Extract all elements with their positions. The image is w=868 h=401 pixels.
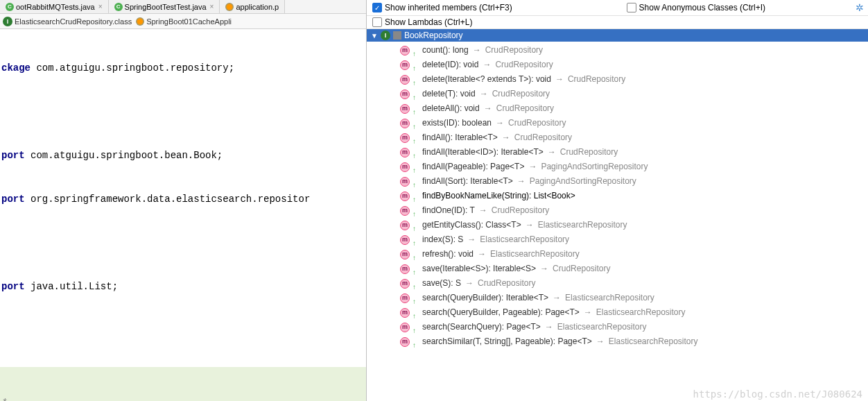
member-row[interactable]: m↑delete(ID): void →CrudRepository: [367, 58, 868, 72]
show-inherited-checkbox[interactable]: ✓ Show inherited members (Ctrl+F3): [372, 3, 512, 12]
tab-label: application.p: [236, 3, 279, 11]
override-up-icon: ↑: [413, 237, 419, 244]
editor-tab-1[interactable]: C SpringBootTestTest.java ×: [109, 0, 220, 13]
member-row[interactable]: m↑findByBookNameLike(String): List<Book>: [367, 189, 868, 203]
member-signature: search(QueryBuilder): Iterable<T>: [422, 291, 548, 305]
override-up-icon: ↑: [413, 120, 419, 127]
method-icon: m: [400, 162, 410, 172]
member-row[interactable]: m↑save(S): S →CrudRepository: [367, 276, 868, 291]
member-signature: count(): long: [422, 44, 469, 57]
method-icon: m: [400, 119, 410, 128]
inherit-source: ElasticsearchRepository: [609, 335, 698, 348]
tree-root[interactable]: ▼ I BookRepository: [367, 29, 868, 42]
editor-tab-0[interactable]: C ootRabbitMQTests.java ×: [0, 0, 109, 13]
library-icon: [393, 31, 401, 40]
code-editor[interactable]: ckage com.atguigu.springboot.repository;…: [0, 29, 366, 401]
member-signature: searchSimilar(T, String[], Pageable): Pa…: [422, 335, 592, 348]
member-row[interactable]: m↑getEntityClass(): Class<T> →Elasticsea…: [367, 218, 868, 232]
member-signature: findAll(Iterable<ID>): Iterable<T>: [422, 146, 544, 159]
arrow-icon: →: [473, 44, 481, 57]
member-row[interactable]: m↑save(Iterable<S>): Iterable<S> →CrudRe…: [367, 262, 868, 276]
member-row[interactable]: m↑index(S): S →ElasticsearchRepository: [367, 232, 868, 247]
method-icon: m: [400, 191, 410, 201]
override-up-icon: ↑: [413, 76, 419, 83]
arrow-icon: →: [479, 204, 487, 217]
method-icon: m: [400, 235, 410, 245]
member-signature: save(S): S: [422, 277, 461, 290]
member-row[interactable]: m↑search(QueryBuilder): Iterable<T> →Ela…: [367, 291, 868, 305]
override-up-icon: ↑: [413, 251, 419, 258]
member-row[interactable]: m↑delete(Iterable<? extends T>): void →C…: [367, 72, 868, 87]
code-text: com.atguigu.springboot.repository;: [31, 62, 234, 74]
member-row[interactable]: m↑searchSimilar(T, String[], Pageable): …: [367, 334, 868, 349]
method-icon: m: [400, 206, 410, 216]
member-row[interactable]: m↑exists(ID): boolean →CrudRepository: [367, 116, 868, 130]
inherit-source: ElasticsearchRepository: [490, 248, 580, 261]
close-icon[interactable]: ×: [210, 3, 214, 10]
popup-subheader: Show Lambdas (Ctrl+L): [367, 16, 868, 29]
method-icon: m: [400, 177, 410, 187]
checkbox-label: Show Anonymous Classes (Ctrl+I): [639, 3, 765, 12]
member-row[interactable]: m↑findOne(ID): T →CrudRepository: [367, 203, 868, 218]
member-signature: save(Iterable<S>): Iterable<S>: [422, 262, 536, 275]
method-icon: m: [400, 75, 410, 85]
arrow-icon: →: [480, 87, 488, 101]
member-row[interactable]: m↑findAll(Sort): Iterable<T> →PagingAndS…: [367, 174, 868, 189]
method-icon: m: [400, 221, 410, 230]
member-row[interactable]: m↑search(QueryBuilder, Pageable): Page<T…: [367, 305, 868, 320]
method-icon: m: [400, 89, 410, 99]
code-kw: ckage: [1, 62, 31, 74]
override-up-icon: ↑: [413, 207, 419, 214]
override-up-icon: ↑: [413, 105, 419, 112]
member-signature: index(S): S: [422, 233, 463, 246]
gear-icon[interactable]: ✲: [856, 2, 864, 13]
member-row[interactable]: m↑delete(T): void →CrudRepository: [367, 87, 868, 101]
inherit-source: CrudRepository: [478, 277, 535, 290]
inherit-source: CrudRepository: [495, 58, 553, 71]
method-icon: m: [400, 60, 410, 70]
member-row[interactable]: m↑refresh(): void →ElasticsearchReposito…: [367, 247, 868, 262]
member-signature: exists(ID): boolean: [422, 117, 492, 130]
member-signature: findByBookNameLike(String): List<Book>: [422, 189, 575, 203]
arrow-icon: →: [496, 117, 504, 130]
arrow-icon: →: [517, 175, 526, 188]
close-icon[interactable]: ×: [98, 3, 103, 10]
member-row[interactable]: m↑findAll(Pageable): Page<T> →PagingAndS…: [367, 160, 868, 174]
interface-icon: I: [3, 17, 12, 26]
member-row[interactable]: m↑search(SearchQuery): Page<T> →Elastics…: [367, 320, 868, 334]
inherit-source: CrudRepository: [492, 87, 550, 101]
checkbox-label: Show inherited members (Ctrl+F3): [385, 3, 512, 12]
inherit-source: ElasticsearchRepository: [480, 233, 569, 246]
editor-tabs: C ootRabbitMQTests.java × C SpringBootTe…: [0, 0, 366, 14]
method-icon: m: [400, 46, 410, 56]
method-icon: m: [400, 250, 410, 259]
member-signature: search(SearchQuery): Page<T>: [422, 321, 541, 334]
method-icon: m: [400, 293, 410, 303]
inherit-source: ElasticsearchRepository: [557, 321, 647, 334]
member-row[interactable]: m↑count(): long →CrudRepository: [367, 43, 868, 58]
override-up-icon: ↑: [413, 280, 419, 287]
inherit-source: PagingAndSortingRepository: [530, 175, 636, 188]
doc-comment: * Created by Janus on 2018/7/7. /: [0, 367, 366, 401]
class-icon: C: [114, 3, 123, 11]
code-text: com.atguigu.springboot.bean.Book;: [25, 150, 223, 161]
breadcrumb-item-0[interactable]: I ElasticsearchCrudRepository.class: [3, 17, 132, 26]
show-anonymous-checkbox[interactable]: Show Anonymous Classes (Ctrl+I): [627, 3, 765, 12]
arrow-icon: →: [465, 277, 474, 290]
member-row[interactable]: m↑findAll(Iterable<ID>): Iterable<T> →Cr…: [367, 145, 868, 160]
tree-root-label: BookRepository: [404, 31, 463, 40]
member-signature: findAll(): Iterable<T>: [422, 131, 498, 144]
member-row[interactable]: m↑findAll(): Iterable<T> →CrudRepository: [367, 130, 868, 145]
inherit-source: CrudRepository: [514, 131, 572, 144]
inherit-source: CrudRepository: [508, 117, 566, 130]
editor-tab-2[interactable]: application.p: [220, 0, 285, 13]
override-up-icon: ↑: [413, 91, 419, 98]
member-list[interactable]: m↑count(): long →CrudRepositorym↑delete(…: [367, 42, 868, 401]
show-lambdas-checkbox[interactable]: Show Lambdas (Ctrl+L): [372, 17, 472, 27]
member-row[interactable]: m↑deleteAll(): void →CrudRepository: [367, 101, 868, 116]
method-icon: m: [400, 104, 410, 114]
tab-label: SpringBootTestTest.java: [125, 3, 207, 11]
arrow-icon: →: [526, 219, 534, 232]
override-up-icon: ↑: [413, 309, 419, 316]
breadcrumb-item-1[interactable]: SpringBoot01CacheAppli: [136, 17, 232, 26]
